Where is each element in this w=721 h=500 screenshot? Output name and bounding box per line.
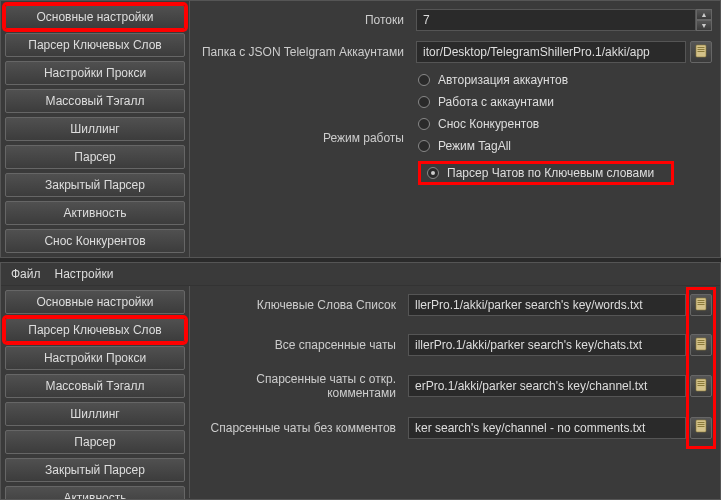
svg-rect-6 [698, 302, 705, 303]
sidebar-item-label: Парсер [74, 435, 115, 449]
radio-label: Парсер Чатов по Ключевым словами [447, 166, 654, 180]
radio-label: Снос Конкурентов [438, 117, 539, 131]
top-sidebar: Основные настройки Парсер Ключевых Слов … [1, 1, 190, 257]
sidebar-item-activity[interactable]: Активность [5, 486, 185, 500]
sidebar-item-parser[interactable]: Парсер [5, 145, 185, 169]
no-comments-chats-input[interactable] [408, 417, 686, 439]
sidebar-item-label: Закрытый Парсер [45, 463, 145, 477]
radio-icon[interactable] [418, 96, 430, 108]
sidebar-item-activity[interactable]: Активность [5, 201, 185, 225]
menubar: Файл Настройки [1, 263, 720, 286]
sidebar-item-proxy-settings[interactable]: Настройки Прокси [5, 61, 185, 85]
sidebar-item-mass-tagall[interactable]: Массовый Тэгалл [5, 374, 185, 398]
radio-row-work[interactable]: Работа с аккаунтами [418, 95, 712, 109]
keywords-list-label: Ключевые Слова Список [198, 298, 408, 312]
sidebar-item-label: Основные настройки [36, 10, 153, 24]
top-panel: Основные настройки Парсер Ключевых Слов … [0, 0, 721, 258]
radio-row-snos[interactable]: Снос Конкурентов [418, 117, 712, 131]
browse-button[interactable] [690, 294, 712, 316]
sidebar-item-mass-tagall[interactable]: Массовый Тэгалл [5, 89, 185, 113]
sidebar-item-label: Настройки Прокси [44, 66, 146, 80]
browse-button[interactable] [690, 334, 712, 356]
sidebar-item-closed-parser[interactable]: Закрытый Парсер [5, 173, 185, 197]
bottom-panel: Файл Настройки Основные настройки Парсер… [0, 262, 721, 500]
folder-icon [695, 378, 707, 395]
no-comments-chats-label: Спарсенные чаты без комментов [198, 421, 408, 435]
svg-rect-1 [698, 47, 705, 48]
folder-icon [695, 44, 707, 61]
open-comments-chats-input[interactable] [408, 375, 686, 397]
stepper-down-button[interactable]: ▼ [696, 20, 712, 31]
accounts-folder-label: Папка с JSON Telelgram Аккаунтами [198, 45, 416, 59]
mode-radio-group: Авторизация аккаунтов Работа с аккаунтам… [416, 73, 712, 185]
all-parsed-chats-input[interactable] [408, 334, 686, 356]
all-parsed-chats-label: Все спарсенные чаты [198, 338, 408, 352]
radio-icon[interactable] [418, 140, 430, 152]
svg-rect-18 [698, 424, 705, 425]
sidebar-item-keyword-parser[interactable]: Парсер Ключевых Слов [5, 318, 185, 342]
top-content: Потоки ▲ ▼ Папка с JSON Telelgram Аккаун… [190, 1, 720, 257]
mode-label: Режим работы [198, 73, 416, 145]
svg-rect-14 [698, 383, 705, 384]
sidebar-item-label: Снос Конкурентов [44, 234, 145, 248]
svg-rect-7 [698, 304, 705, 305]
svg-rect-9 [698, 340, 705, 341]
radio-row-auth[interactable]: Авторизация аккаунтов [418, 73, 712, 87]
folder-icon [695, 297, 707, 314]
keywords-list-input[interactable] [408, 294, 686, 316]
browse-button[interactable] [690, 417, 712, 439]
svg-rect-19 [698, 426, 705, 427]
sidebar-item-label: Закрытый Парсер [45, 178, 145, 192]
menu-file[interactable]: Файл [11, 267, 41, 281]
sidebar-item-label: Парсер [74, 150, 115, 164]
browse-button[interactable] [690, 41, 712, 63]
sidebar-item-label: Парсер Ключевых Слов [28, 323, 162, 337]
sidebar-item-label: Парсер Ключевых Слов [28, 38, 162, 52]
svg-rect-13 [698, 381, 705, 382]
sidebar-item-proxy-settings[interactable]: Настройки Прокси [5, 346, 185, 370]
sidebar-item-shilling[interactable]: Шиллинг [5, 402, 185, 426]
bottom-sidebar: Основные настройки Парсер Ключевых Слов … [1, 286, 190, 498]
sidebar-item-label: Активность [63, 491, 126, 500]
sidebar-item-main-settings[interactable]: Основные настройки [5, 5, 185, 29]
sidebar-item-main-settings[interactable]: Основные настройки [5, 290, 185, 314]
svg-rect-17 [698, 422, 705, 423]
sidebar-item-label: Шиллинг [70, 122, 119, 136]
sidebar-item-closed-parser[interactable]: Закрытый Парсер [5, 458, 185, 482]
svg-rect-11 [698, 344, 705, 345]
radio-icon[interactable] [427, 167, 439, 179]
menu-settings[interactable]: Настройки [55, 267, 114, 281]
sidebar-item-label: Шиллинг [70, 407, 119, 421]
sidebar-item-label: Настройки Прокси [44, 351, 146, 365]
stepper-up-button[interactable]: ▲ [696, 9, 712, 20]
sidebar-item-shilling[interactable]: Шиллинг [5, 117, 185, 141]
sidebar-item-snos[interactable]: Снос Конкурентов [5, 229, 185, 253]
threads-stepper: ▲ ▼ [696, 9, 712, 31]
sidebar-item-label: Основные настройки [36, 295, 153, 309]
sidebar-item-parser[interactable]: Парсер [5, 430, 185, 454]
radio-label: Авторизация аккаунтов [438, 73, 568, 87]
svg-rect-3 [698, 51, 705, 52]
radio-label: Режим TagAll [438, 139, 511, 153]
radio-row-tagall[interactable]: Режим TagAll [418, 139, 712, 153]
radio-icon[interactable] [418, 118, 430, 130]
threads-input[interactable] [416, 9, 696, 31]
folder-icon [695, 419, 707, 436]
radio-row-keyword-parser-highlight: Парсер Чатов по Ключевым словами [418, 161, 674, 185]
sidebar-item-label: Массовый Тэгалл [46, 94, 145, 108]
threads-label: Потоки [198, 13, 416, 27]
svg-rect-15 [698, 385, 705, 386]
sidebar-item-label: Массовый Тэгалл [46, 379, 145, 393]
accounts-folder-input[interactable] [416, 41, 686, 63]
svg-rect-2 [698, 49, 705, 50]
bottom-content: Ключевые Слова Список Все спарсенные чат… [190, 286, 720, 498]
radio-label: Работа с аккаунтами [438, 95, 554, 109]
folder-icon [695, 337, 707, 354]
radio-icon[interactable] [418, 74, 430, 86]
sidebar-item-keyword-parser[interactable]: Парсер Ключевых Слов [5, 33, 185, 57]
browse-button[interactable] [690, 375, 712, 397]
svg-rect-5 [698, 300, 705, 301]
svg-rect-10 [698, 342, 705, 343]
sidebar-item-label: Активность [63, 206, 126, 220]
open-comments-chats-label: Спарсенные чаты с откр. комментами [198, 372, 408, 401]
